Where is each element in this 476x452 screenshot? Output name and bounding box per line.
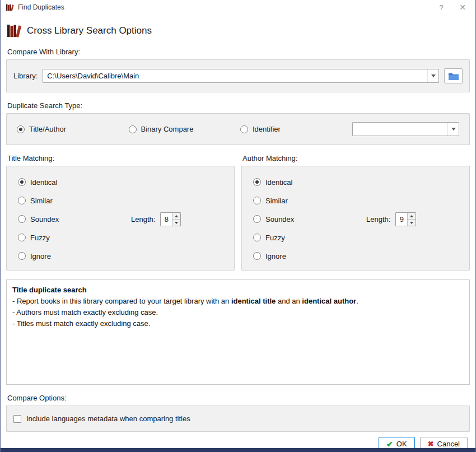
radio-label: Ignore (265, 252, 286, 260)
author-matching-panel: Identical Similar Soundex Fuzzy Ignore L… (241, 166, 470, 271)
search-type-panel: Title/Author Binary Compare Identifier (6, 113, 470, 145)
spinner-value[interactable]: 9 (396, 213, 407, 226)
ok-button-label: OK (396, 440, 407, 448)
title-length-row: Length: 8 (131, 212, 181, 226)
library-panel: Library: C:\Users\David\Calibre\Main (6, 59, 470, 92)
radio-label: Title/Author (29, 125, 66, 133)
radio-icon (253, 215, 261, 223)
title-matching-radio-soundex[interactable]: Soundex (18, 213, 234, 225)
description-line-3: - Titles must match exactly excluding ca… (12, 318, 464, 329)
page-title: Cross Library Search Options (27, 25, 152, 36)
author-length-row: Length: 9 (366, 212, 416, 226)
radio-icon (18, 234, 26, 241)
library-combobox-value: C:\Users\David\Calibre\Main (43, 72, 427, 80)
radio-icon (253, 178, 261, 186)
radio-icon (240, 125, 248, 133)
x-icon: ✖ (428, 440, 434, 448)
find-duplicates-dialog: Find Duplicates ? ✕ Cross Library Search… (0, 0, 476, 452)
radio-label: Fuzzy (265, 234, 285, 242)
title-matching-radio-ignore[interactable]: Ignore (18, 250, 234, 262)
section-label-compare-options: Compare Options: (7, 394, 469, 402)
radio-label: Binary Compare (141, 125, 194, 133)
description-bold-text: identical author (302, 297, 356, 305)
author-length-spinner[interactable]: 9 (395, 212, 416, 226)
section-label-title-matching: Title Matching: (7, 154, 235, 162)
radio-icon (253, 234, 261, 241)
description-box: Title duplicate search - Report books in… (6, 279, 470, 385)
title-matching-radio-fuzzy[interactable]: Fuzzy (18, 232, 234, 243)
cancel-button-label: Cancel (437, 440, 460, 448)
radio-label: Fuzzy (30, 234, 50, 242)
spinner-value[interactable]: 8 (161, 213, 172, 226)
description-text: - Report books in this library compared … (12, 297, 231, 305)
author-matching-radio-similar[interactable]: Similar (253, 195, 469, 206)
library-books-icon (6, 23, 22, 39)
spinner-up-button[interactable] (408, 213, 416, 220)
title-matching-panel: Identical Similar Soundex Fuzzy Ignore L… (6, 166, 235, 271)
radio-identifier[interactable]: Identifier (240, 125, 352, 133)
radio-icon (129, 125, 137, 133)
window-bottom-accent-bar (1, 448, 475, 452)
title-length-label: Length: (131, 215, 155, 223)
library-field-label: Library: (13, 72, 38, 80)
languages-checkbox-row[interactable]: Include languages metadata when comparin… (7, 406, 469, 431)
radio-label: Identical (30, 178, 57, 187)
checkbox-icon[interactable] (13, 415, 21, 423)
checkbox-label: Include languages metadata when comparin… (26, 414, 190, 423)
library-dropdown-arrow-icon[interactable] (427, 69, 438, 82)
description-line-1: - Report books in this library compared … (12, 296, 464, 307)
description-text: and an (276, 297, 302, 305)
radio-title-author[interactable]: Title/Author (17, 125, 129, 133)
radio-label: Soundex (265, 215, 294, 223)
radio-label: Similar (30, 197, 53, 205)
identifier-combobox[interactable] (352, 122, 460, 136)
radio-label: Similar (265, 197, 288, 205)
radio-label: Soundex (30, 215, 59, 223)
identifier-dropdown-arrow-icon[interactable] (447, 123, 459, 136)
compare-options-panel: Include languages metadata when comparin… (6, 406, 470, 432)
author-matching-radio-soundex[interactable]: Soundex (253, 213, 469, 225)
radio-icon (17, 125, 25, 133)
window-title: Find Duplicates (18, 3, 431, 11)
library-combobox[interactable]: C:\Users\David\Calibre\Main (43, 69, 439, 83)
section-label-duplicate-search-type: Duplicate Search Type: (7, 101, 469, 110)
check-icon: ✔ (386, 440, 393, 448)
author-length-label: Length: (366, 215, 390, 223)
folder-icon (448, 72, 459, 81)
title-matching-radio-identical[interactable]: Identical (18, 176, 234, 188)
description-line-2: - Authors must match exactly excluding c… (12, 307, 464, 318)
title-bar: Find Duplicates ? ✕ (1, 0, 475, 15)
author-matching-radio-ignore[interactable]: Ignore (253, 250, 469, 262)
section-label-author-matching: Author Matching: (242, 154, 470, 162)
spinner-down-button[interactable] (172, 220, 180, 226)
author-matching-radio-identical[interactable]: Identical (253, 176, 469, 188)
radio-icon (253, 252, 261, 260)
radio-label: Identifier (253, 125, 281, 133)
radio-label: Ignore (30, 252, 51, 260)
matching-panels-row: Identical Similar Soundex Fuzzy Ignore L… (6, 166, 470, 271)
help-button[interactable]: ? (431, 0, 452, 15)
title-matching-radio-similar[interactable]: Similar (18, 195, 234, 206)
spinner-down-button[interactable] (408, 220, 416, 226)
title-length-spinner[interactable]: 8 (160, 212, 181, 226)
matching-labels-row: Title Matching: Author Matching: (6, 154, 470, 162)
radio-binary-compare[interactable]: Binary Compare (129, 125, 241, 133)
description-bold-text: identical title (231, 297, 276, 305)
radio-icon (18, 252, 26, 260)
radio-icon (18, 178, 26, 186)
close-button[interactable]: ✕ (452, 0, 473, 15)
spinner-up-button[interactable] (172, 213, 180, 220)
dialog-header: Cross Library Search Options (1, 15, 475, 39)
author-matching-radio-fuzzy[interactable]: Fuzzy (253, 232, 469, 243)
description-heading: Title duplicate search (12, 285, 464, 296)
section-label-compare-with-library: Compare With Library: (7, 48, 469, 56)
app-books-icon (6, 3, 14, 12)
radio-icon (253, 197, 261, 204)
description-text: . (356, 297, 358, 305)
radio-label: Identical (265, 178, 292, 187)
radio-icon (18, 197, 26, 204)
radio-icon (18, 215, 26, 223)
browse-folder-button[interactable] (444, 68, 463, 83)
